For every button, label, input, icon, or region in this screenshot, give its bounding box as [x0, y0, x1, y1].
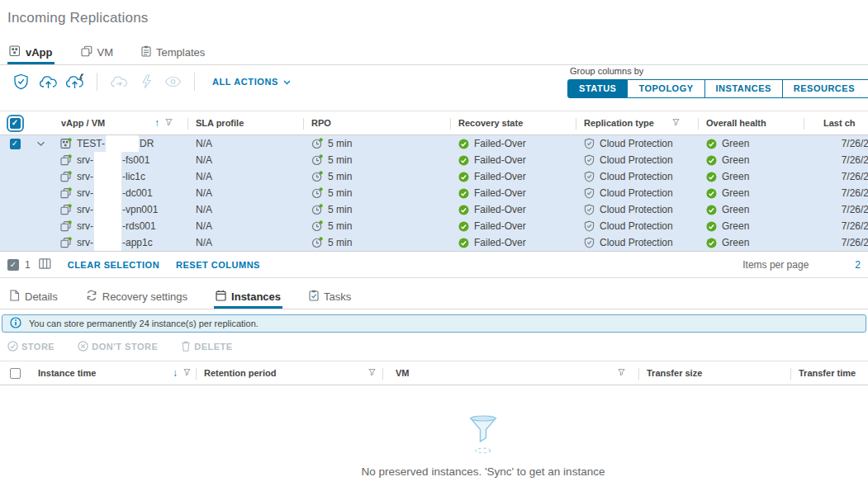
replication-row[interactable]: srv--app1c N/A 5 min Failed-Over Cloud P…	[0, 234, 868, 251]
instances-table-header: Instance time ↓ Retention period VM Tran…	[0, 361, 868, 385]
replication-row[interactable]: srv--dc001 N/A 5 min Failed-Over Cloud P…	[0, 185, 868, 201]
chevron-down-icon	[283, 77, 291, 87]
items-per-page-value[interactable]: 2	[855, 259, 861, 271]
column-header-recovery-state[interactable]: Recovery state	[450, 111, 576, 135]
recovery-state-cell: Failed-Over	[450, 201, 576, 218]
recovery-state-cell: Failed-Over	[450, 152, 576, 168]
vm-icon	[60, 237, 72, 248]
group-button-instances[interactable]: INSTANCES	[705, 79, 783, 98]
chevron-down-icon[interactable]	[36, 138, 45, 149]
tab-label: vApp	[26, 46, 53, 59]
replications-table: vApp / VM ↑ SLA profile RPO Recovery sta…	[0, 111, 868, 252]
dont-store-button-disabled[interactable]: DON'T STORE	[78, 341, 158, 353]
rpo-clock-icon	[311, 138, 323, 149]
rpo-clock-icon	[311, 154, 323, 166]
instances-select-all-checkbox[interactable]	[10, 368, 21, 379]
column-header-replication-type[interactable]: Replication type	[576, 111, 698, 135]
tab-vapp[interactable]: vApp	[7, 45, 55, 64]
info-banner: You can store permanently 24 instance(s)…	[2, 314, 866, 333]
success-circle-check-icon	[706, 139, 717, 149]
group-button-resources[interactable]: RESOURCES	[783, 79, 868, 98]
column-header-sla-profile[interactable]: SLA profile	[187, 111, 303, 135]
group-button-status[interactable]: STATUS	[567, 79, 628, 98]
redacted-text	[94, 152, 121, 168]
instances-empty-state: No preserved instances. 'Sync' to get an…	[0, 385, 868, 491]
replication-row[interactable]: srv--rds001 N/A 5 min Failed-Over Cloud …	[0, 218, 868, 234]
column-header-rpo[interactable]: RPO	[303, 111, 450, 135]
recovery-state-cell: Failed-Over	[450, 135, 576, 152]
rpo-clock-icon	[311, 220, 323, 232]
rpo-cell: 5 min	[303, 185, 450, 201]
filter-icon[interactable]	[368, 368, 376, 378]
reset-columns-link[interactable]: RESET COLUMNS	[176, 260, 260, 270]
failover-cloud-upload-button[interactable]	[35, 71, 62, 92]
sort-descending-icon[interactable]: ↓	[173, 367, 178, 379]
column-header-last-changed[interactable]: Last ch	[804, 111, 868, 135]
store-button-disabled[interactable]: STORE	[7, 341, 55, 353]
vm-name-prefix: srv-	[77, 204, 93, 215]
filter-icon[interactable]	[672, 118, 680, 128]
column-header-transfer-time[interactable]: Transfer time	[790, 361, 868, 385]
column-header-vm[interactable]: VM	[382, 361, 638, 385]
column-header-retention-period[interactable]: Retention period	[196, 361, 382, 385]
clear-selection-link[interactable]: CLEAR SELECTION	[68, 260, 159, 270]
tab-templates[interactable]: Templates	[140, 45, 206, 64]
overall-health-cell: Green	[698, 135, 804, 152]
last-changed-cell: 7/26/2	[804, 218, 868, 234]
tab-instances[interactable]: Instances	[214, 290, 282, 309]
sla-profile-cell: N/A	[187, 152, 303, 168]
tab-tasks[interactable]: Tasks	[307, 290, 353, 309]
column-header-transfer-size[interactable]: Transfer size	[638, 361, 790, 385]
select-all-checkbox[interactable]	[10, 118, 21, 129]
overall-health-cell: Green	[698, 152, 804, 168]
last-changed-cell: 7/26/2	[804, 135, 868, 152]
redacted-text	[94, 185, 121, 201]
sync-cloud-button-disabled[interactable]	[105, 71, 132, 92]
column-header-vapp-vm[interactable]: vApp / VM ↑	[53, 111, 187, 135]
overall-health-cell: Green	[698, 201, 804, 218]
toolbar-divider	[194, 73, 195, 91]
main-tabs: vApp VM Templates	[0, 45, 868, 65]
shield-check-icon	[584, 187, 595, 199]
preview-eye-button-disabled[interactable]	[159, 71, 187, 92]
actions-toolbar: ALL ACTIONS Group columns by STATUS TOPO…	[0, 65, 868, 98]
all-actions-button[interactable]: ALL ACTIONS	[212, 77, 291, 87]
replication-row[interactable]: srv--fs001 N/A 5 min Failed-Over Cloud P…	[0, 152, 868, 168]
circle-check-icon	[7, 341, 18, 353]
column-header-instance-time[interactable]: Instance time ↓	[30, 361, 196, 385]
recovery-state-cell: Failed-Over	[450, 185, 576, 201]
shield-check-icon	[584, 220, 595, 232]
migrate-cloud-bolt-button[interactable]	[62, 71, 89, 92]
filter-icon[interactable]	[165, 118, 173, 128]
tab-details[interactable]: Details	[7, 290, 59, 309]
shield-check-icon	[584, 154, 595, 166]
sla-profile-cell: N/A	[187, 168, 303, 185]
success-circle-check-icon	[458, 188, 469, 199]
success-circle-check-icon	[458, 205, 469, 215]
filter-icon[interactable]	[183, 368, 191, 378]
filter-icon[interactable]	[618, 368, 625, 378]
protect-shield-button[interactable]	[7, 71, 35, 92]
sort-ascending-icon[interactable]: ↑	[154, 117, 159, 129]
test-lightning-button-disabled[interactable]	[132, 71, 159, 92]
columns-icon[interactable]	[39, 258, 51, 271]
column-header-overall-health[interactable]: Overall health	[698, 111, 804, 135]
success-circle-check-icon	[706, 155, 717, 166]
replication-row[interactable]: TEST-DR N/A 5 min Failed-Over Cloud Prot…	[0, 135, 868, 152]
sla-profile-cell: N/A	[187, 234, 303, 251]
replication-row[interactable]: srv--vpn001 N/A 5 min Failed-Over Cloud …	[0, 201, 868, 218]
replication-type-cell: Cloud Protection	[576, 185, 698, 201]
vm-icon	[60, 171, 72, 182]
sla-profile-cell: N/A	[187, 218, 303, 234]
vm-name-suffix: -app1c	[122, 237, 153, 248]
replication-type-cell: Cloud Protection	[576, 234, 698, 251]
tab-recovery-settings[interactable]: Recovery settings	[84, 290, 189, 309]
tab-vm[interactable]: VM	[79, 45, 116, 64]
row-checkbox[interactable]	[10, 139, 21, 149]
replication-row[interactable]: srv--lic1c N/A 5 min Failed-Over Cloud P…	[0, 168, 868, 185]
group-button-topology[interactable]: TOPOLOGY	[628, 79, 704, 98]
delete-button-disabled[interactable]: DELETE	[181, 341, 232, 353]
replications-table-body: TEST-DR N/A 5 min Failed-Over Cloud Prot…	[0, 135, 868, 252]
rpo-cell: 5 min	[303, 135, 450, 152]
detail-tabs: Details Recovery settings Instances Task…	[0, 290, 868, 309]
